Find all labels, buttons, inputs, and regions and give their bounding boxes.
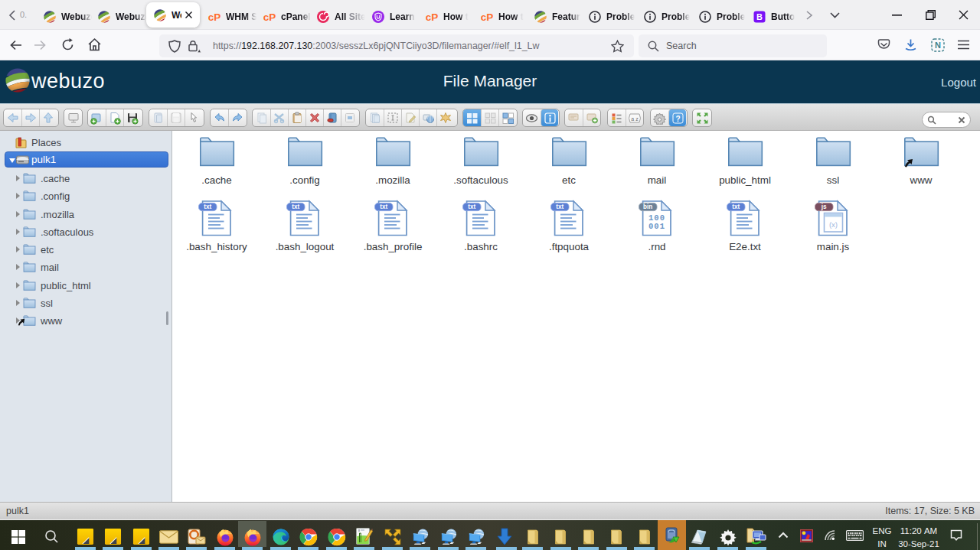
svg-text:a z: a z xyxy=(631,116,639,121)
svg-text:B: B xyxy=(756,12,763,21)
svg-text:?: ? xyxy=(675,114,680,122)
svg-text:N: N xyxy=(935,41,941,50)
